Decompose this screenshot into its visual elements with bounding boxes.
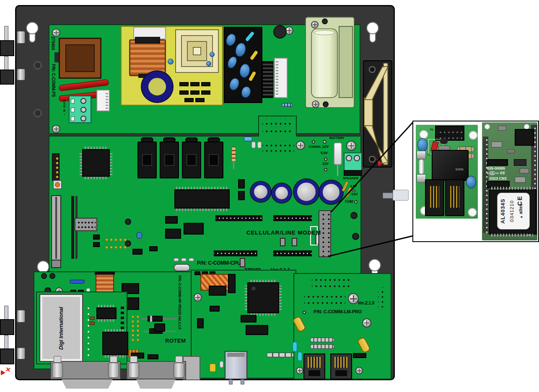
psu-transformer-core [65, 44, 95, 72]
silkscreen-outline [310, 226, 318, 245]
capacitor-cyan [293, 342, 297, 352]
speaker-hub [364, 98, 373, 127]
capacitor-silver [189, 258, 194, 261]
smd-photo [520, 168, 529, 173]
diode [190, 82, 200, 86]
screw [355, 367, 363, 374]
resistor-row [310, 338, 334, 342]
terminal-screw [80, 98, 86, 104]
altec-logo-glyph: ▲ [519, 215, 523, 219]
p3-label: P3 [430, 128, 433, 131]
psu-coil-bracket [135, 37, 160, 44]
hex-standoff [17, 69, 25, 80]
terminal-screw [80, 107, 86, 113]
diode [179, 90, 189, 95]
diode [201, 90, 210, 95]
v5-label: 5.0V [321, 151, 328, 155]
soic-ic [241, 315, 257, 322]
relay-slot [209, 154, 219, 166]
test-pad [352, 189, 355, 192]
ce-mark: CE [516, 194, 523, 207]
rs232-part-number: P/N: C-COMM-RF-RS232 Ver.1.1.0 [177, 272, 182, 333]
side-knob [383, 193, 393, 199]
transistor [154, 323, 165, 332]
ethernet-leg [241, 379, 244, 384]
relay-slot [142, 154, 152, 166]
test-pad [354, 200, 358, 204]
connector-bar [4, 26, 8, 42]
smd-part [93, 235, 100, 240]
capacitor-blue [210, 52, 215, 57]
card-guide-base [51, 260, 61, 268]
relay-brand-label: NAIS [452, 167, 467, 172]
dip-ic [174, 189, 230, 209]
mounting-hole [469, 131, 478, 140]
psu-coil-transformer [129, 39, 166, 76]
qfp-ic-photo [515, 129, 534, 146]
speaker-rim [383, 63, 388, 165]
digi-logo: Digi International [58, 299, 65, 358]
keyhole-mount [368, 259, 381, 271]
screw [346, 141, 356, 151]
connector-block [0, 70, 14, 85]
fuse-clip [417, 151, 426, 159]
mounting-hole [419, 130, 428, 139]
soic-ic [165, 229, 181, 239]
com-label: COM [345, 199, 353, 204]
electrolytic-capacitor [272, 183, 291, 203]
chip-pins [279, 286, 282, 310]
heatsink-fins [262, 61, 273, 98]
terminal-screw [354, 155, 360, 161]
via [350, 212, 358, 219]
ic-photo [487, 159, 508, 166]
pin-grid-gold [129, 313, 139, 342]
diode [179, 82, 189, 86]
card-guide-slot [55, 197, 57, 259]
battery-cell-top [314, 30, 334, 35]
small-connector [240, 258, 245, 267]
rj11-pins [308, 357, 321, 368]
cert-code: EE [500, 171, 505, 175]
pad-column-dark [121, 304, 124, 329]
cpu-part-number: P/N: C-COMM-CPU [197, 260, 241, 266]
psu-slot [54, 52, 59, 62]
mounting-hole [485, 124, 490, 129]
chip-pins [105, 329, 126, 332]
psu-part-number-label: P/N: C-COMM-PS [51, 62, 56, 99]
relay-cap [163, 137, 176, 142]
transistor-dark [440, 138, 448, 144]
resistor-vertical [231, 147, 236, 162]
soic-ic [228, 274, 236, 293]
smd-part [148, 354, 158, 359]
via [125, 240, 131, 247]
screw [362, 318, 371, 328]
soic-ic [165, 216, 178, 224]
connector-strip [273, 215, 312, 221]
resistor-lead [233, 162, 234, 169]
jack-screw [174, 363, 184, 378]
cert-suffix: us [496, 172, 499, 174]
capacitor-cyan [298, 352, 302, 361]
chip-model: AL4034S [498, 193, 508, 229]
toroid-inductor [142, 71, 173, 102]
relay-photo [432, 150, 469, 181]
qfp-ic [102, 332, 128, 355]
pill-row [267, 353, 294, 357]
connector-strip [214, 250, 257, 256]
capacitor-dark [41, 273, 47, 279]
soic-ic [238, 191, 245, 200]
rj11-pins-photo [450, 186, 459, 208]
relay-slot [164, 154, 174, 166]
chip-pins [251, 280, 276, 282]
speaker-hole [369, 156, 376, 162]
capacitor-brown [90, 322, 95, 325]
capacitor-brown [90, 317, 95, 320]
screw [296, 367, 303, 374]
soic-ic [96, 307, 117, 319]
chip-pins [245, 286, 247, 310]
resistor-row [310, 344, 334, 349]
crystal-oscillator [174, 264, 190, 271]
coil-bracket [95, 271, 115, 275]
v12-label: 12V [322, 162, 329, 166]
v33-label: 3.3V [350, 184, 357, 188]
